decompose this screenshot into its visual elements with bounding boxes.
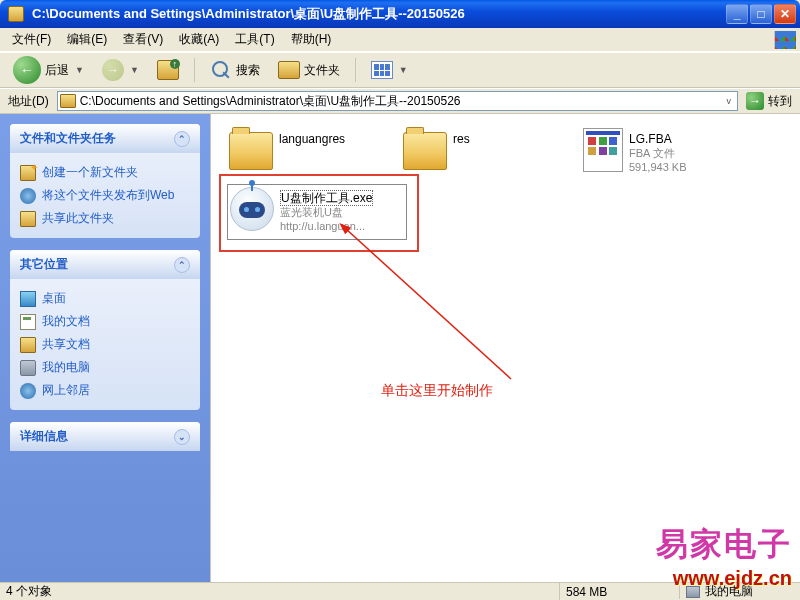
address-path: C:\Documents and Settings\Administrator\… [80, 93, 723, 110]
menu-edit[interactable]: 编辑(E) [59, 29, 115, 50]
forward-icon: → [102, 59, 124, 81]
close-button[interactable]: ✕ [774, 4, 796, 24]
go-button[interactable]: → 转到 [742, 92, 796, 110]
shared-icon [20, 337, 36, 353]
status-zone: 我的电脑 [680, 583, 800, 600]
forward-button[interactable]: → ▼ [95, 56, 146, 84]
place-label: 网上邻居 [42, 382, 90, 399]
svg-line-0 [346, 229, 511, 379]
new-folder-icon [20, 165, 36, 181]
collapse-icon: ⌃ [174, 257, 190, 273]
folder-icon [60, 94, 76, 108]
up-button[interactable] [150, 57, 186, 83]
other-places-panel: 其它位置 ⌃ 桌面 我的文档 共享文档 我的电脑 [10, 250, 200, 410]
annotation-text: 单击这里开始制作 [381, 382, 493, 400]
chevron-down-icon: ▼ [130, 65, 139, 75]
menu-view[interactable]: 查看(V) [115, 29, 171, 50]
address-input[interactable]: C:\Documents and Settings\Administrator\… [57, 91, 738, 111]
task-label: 将这个文件夹发布到Web [42, 187, 174, 204]
place-label: 桌面 [42, 290, 66, 307]
folders-button[interactable]: 文件夹 [271, 58, 347, 82]
tasks-header-label: 文件和文件夹任务 [20, 130, 116, 147]
back-icon: ← [13, 56, 41, 84]
menubar: 文件(F) 编辑(E) 查看(V) 收藏(A) 工具(T) 帮助(H) [0, 28, 800, 52]
task-publish-web[interactable]: 将这个文件夹发布到Web [20, 184, 190, 207]
place-label: 我的电脑 [42, 359, 90, 376]
place-mydocs[interactable]: 我的文档 [20, 310, 190, 333]
task-new-folder[interactable]: 创建一个新文件夹 [20, 161, 190, 184]
place-mycomputer[interactable]: 我的电脑 [20, 356, 190, 379]
folder-tile-languangres[interactable]: languangres [227, 126, 407, 182]
network-icon [20, 383, 36, 399]
task-label: 创建一个新文件夹 [42, 164, 138, 181]
folder-name: res [453, 132, 470, 146]
search-icon [210, 59, 232, 81]
status-size: 584 MB [560, 585, 680, 599]
folder-icon [229, 132, 273, 170]
place-label: 共享文档 [42, 336, 90, 353]
menu-help[interactable]: 帮助(H) [283, 29, 340, 50]
tasks-body: 创建一个新文件夹 将这个文件夹发布到Web 共享此文件夹 [10, 153, 200, 238]
separator [355, 58, 356, 82]
file-size: 591,943 KB [629, 160, 687, 174]
tasks-panel: 文件和文件夹任务 ⌃ 创建一个新文件夹 将这个文件夹发布到Web 共享此文件夹 [10, 124, 200, 238]
address-label: 地址(D) [4, 93, 53, 110]
back-button[interactable]: ← 后退 ▼ [6, 53, 91, 87]
menu-file[interactable]: 文件(F) [4, 29, 59, 50]
task-share-folder[interactable]: 共享此文件夹 [20, 207, 190, 230]
folder-icon [8, 6, 24, 22]
go-icon: → [746, 92, 764, 110]
tasks-header[interactable]: 文件和文件夹任务 ⌃ [10, 124, 200, 153]
window-title: C:\Documents and Settings\Administrator\… [28, 5, 726, 23]
expand-icon: ⌄ [174, 429, 190, 445]
publish-icon [20, 188, 36, 204]
other-places-body: 桌面 我的文档 共享文档 我的电脑 网上邻居 [10, 279, 200, 410]
window-buttons: _ □ ✕ [726, 4, 796, 24]
mydocs-icon [20, 314, 36, 330]
titlebar: C:\Documents and Settings\Administrator\… [0, 0, 800, 28]
task-label: 共享此文件夹 [42, 210, 114, 227]
details-label: 详细信息 [20, 428, 68, 445]
search-button[interactable]: 搜索 [203, 56, 267, 84]
chevron-down-icon[interactable]: v [727, 96, 732, 106]
windows-flag-icon [774, 31, 796, 49]
addressbar: 地址(D) C:\Documents and Settings\Administ… [0, 88, 800, 114]
menu-favorites[interactable]: 收藏(A) [171, 29, 227, 50]
share-icon [20, 211, 36, 227]
place-label: 我的文档 [42, 313, 90, 330]
tile-text: U盘制作工具.exe 蓝光装机U盘 http://u.languan... [280, 187, 373, 233]
place-shared-docs[interactable]: 共享文档 [20, 333, 190, 356]
place-desktop[interactable]: 桌面 [20, 287, 190, 310]
folder-tile-res[interactable]: res [401, 126, 581, 182]
status-object-count: 4 个对象 [0, 583, 560, 600]
views-icon [371, 61, 393, 79]
chevron-down-icon: ▼ [75, 65, 84, 75]
file-tile-usb-tool[interactable]: U盘制作工具.exe 蓝光装机U盘 http://u.languan... [227, 184, 407, 240]
content-area: 文件和文件夹任务 ⌃ 创建一个新文件夹 将这个文件夹发布到Web 共享此文件夹 [0, 114, 800, 582]
file-view[interactable]: languangres res LG.FBA FBA 文件 591,943 KB [210, 114, 800, 582]
minimize-button[interactable]: _ [726, 4, 748, 24]
tile-text: languangres [279, 128, 345, 146]
desktop-icon [20, 291, 36, 307]
maximize-button[interactable]: □ [750, 4, 772, 24]
folder-up-icon [157, 60, 179, 80]
annotation-arrow [331, 219, 531, 389]
file-tile-lgfba[interactable]: LG.FBA FBA 文件 591,943 KB [581, 126, 761, 182]
file-name: LG.FBA [629, 132, 687, 146]
tile-text: res [453, 128, 470, 146]
menu-tools[interactable]: 工具(T) [227, 29, 282, 50]
separator [194, 58, 195, 82]
file-type: FBA 文件 [629, 146, 687, 160]
views-button[interactable]: ▼ [364, 58, 415, 82]
go-label: 转到 [768, 93, 792, 110]
file-desc: 蓝光装机U盘 [280, 205, 373, 219]
file-name: U盘制作工具.exe [280, 190, 373, 206]
folder-icon [403, 132, 447, 170]
other-places-header[interactable]: 其它位置 ⌃ [10, 250, 200, 279]
sidebar: 文件和文件夹任务 ⌃ 创建一个新文件夹 将这个文件夹发布到Web 共享此文件夹 [0, 114, 210, 582]
status-zone-label: 我的电脑 [705, 584, 753, 598]
exe-icon [230, 187, 274, 231]
collapse-icon: ⌃ [174, 131, 190, 147]
details-header[interactable]: 详细信息 ⌄ [10, 422, 200, 451]
place-network[interactable]: 网上邻居 [20, 379, 190, 402]
